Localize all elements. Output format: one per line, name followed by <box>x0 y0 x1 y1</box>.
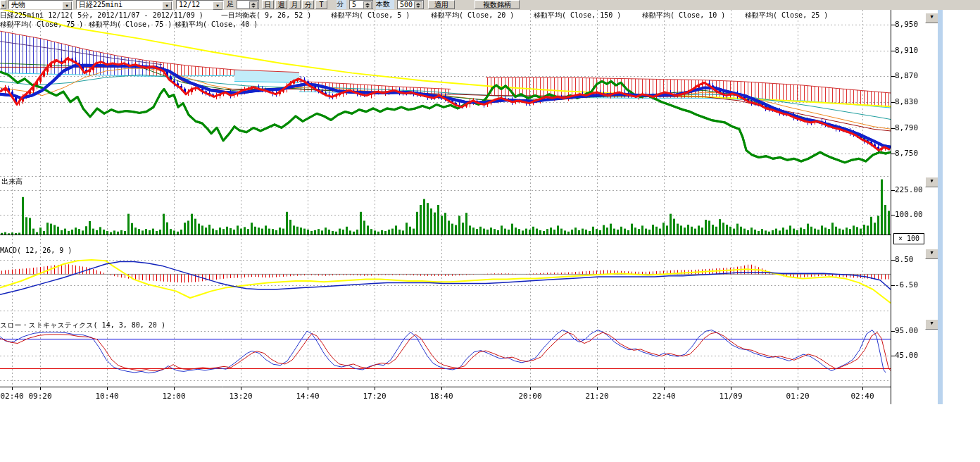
time-axis-label: 10:40 <box>92 392 122 401</box>
time-axis-label: 01:20 <box>782 392 813 401</box>
price-axis-label: 8,950 <box>895 20 918 28</box>
chart-canvas[interactable] <box>0 0 980 462</box>
time-axis-label: 20:00 <box>515 392 546 401</box>
legend-item: 移動平均( Close, 25 ) <box>745 11 828 20</box>
chart-application-window: ▼ 先物 ▼ 日経225mini ▼ 12/12 ▼ 足 日 週 月 分 T 分… <box>0 0 980 462</box>
volume-axis-label: 100.00 <box>895 211 923 218</box>
volume-axis-label: 225.00 <box>895 186 923 194</box>
legend-item: 移動平均( Close, 75 ) <box>0 20 83 30</box>
price-scale-dropdown-button[interactable]: ▼ <box>925 13 938 23</box>
time-axis-label: 18:40 <box>426 392 457 401</box>
legend-item: 移動平均( Close, 20 ) <box>431 11 514 20</box>
legend-item: 移動平均( Close, 10 ) <box>642 11 725 20</box>
time-axis-label: 17:20 <box>359 392 390 401</box>
time-axis-label: 13:20 <box>225 392 256 401</box>
time-axis-label: 22:40 <box>648 392 679 401</box>
volume-panel-title: 出来高 <box>1 177 23 187</box>
macd-axis-label: 8.50 <box>895 256 914 263</box>
price-axis-label: 8,910 <box>895 46 918 54</box>
macd-axis-label: -6.50 <box>895 281 918 289</box>
volume-scale-dropdown-button[interactable]: ▼ <box>925 177 938 187</box>
macd-panel-title: MACD( 12, 26, 9 ) <box>0 246 72 254</box>
legend-item: 移動平均( Close, 5 ) <box>331 11 410 20</box>
legend-item: 移動平均( Close, 40 ) <box>175 20 258 30</box>
stoch-scale-dropdown-button[interactable]: ▼ <box>925 319 938 330</box>
volume-multiplier-badge: × 100 <box>893 233 924 244</box>
legend-item: 移動平均( Close, 150 ) <box>534 11 621 20</box>
legend-item: 日経225mini 12/12( 5分, 2012/11/07 - 2012/1… <box>0 11 203 20</box>
legend-item: 一目均衡表( 9, 26, 52 ) <box>221 11 311 20</box>
stoch-axis-label: 95.00 <box>895 327 918 335</box>
legend-item: 移動平均( Close, 75 ) <box>89 20 172 30</box>
price-axis-label: 8,750 <box>895 149 918 157</box>
time-axis-label: 02:40 <box>847 392 878 401</box>
vertical-scrollbar[interactable] <box>938 10 943 404</box>
price-axis-label: 8,870 <box>895 72 918 80</box>
time-axis-label: 14:40 <box>292 392 323 401</box>
time-axis-label: 09:20 <box>25 392 56 401</box>
time-axis-label: 02:40 <box>0 392 27 401</box>
time-axis-label: 12:00 <box>158 392 189 401</box>
time-axis-label: 21:20 <box>582 392 612 401</box>
time-axis-label: 11/09 <box>715 392 746 401</box>
macd-scale-dropdown-button[interactable]: ▼ <box>925 249 938 259</box>
stoch-axis-label: 45.00 <box>895 351 918 359</box>
price-axis-label: 8,790 <box>895 124 918 132</box>
price-axis-label: 8,830 <box>895 98 918 106</box>
stoch-panel-title: スロー・ストキャスティクス( 14, 3, 80, 20 ) <box>0 320 165 330</box>
